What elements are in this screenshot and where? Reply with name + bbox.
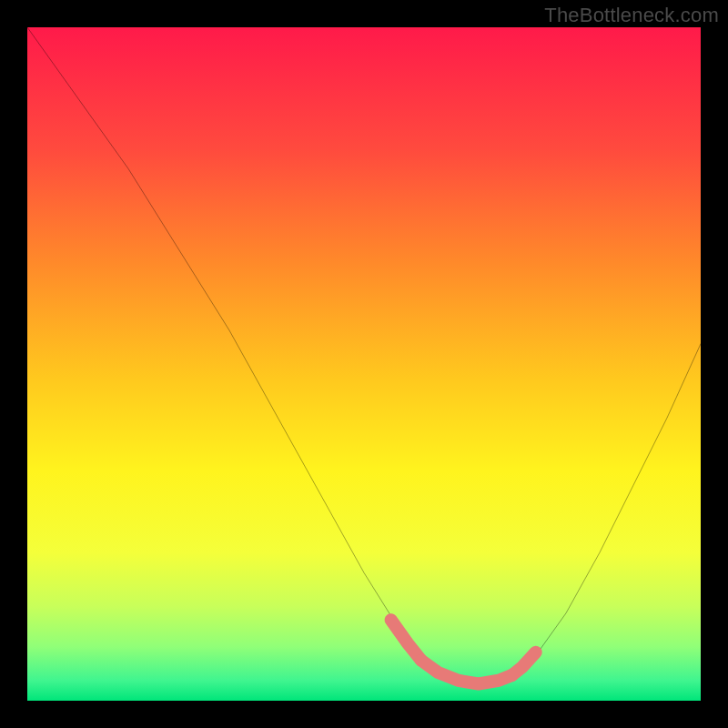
- plot-area: [27, 27, 701, 701]
- curve-layer: [27, 27, 701, 701]
- chart-frame: TheBottleneck.com: [0, 0, 728, 728]
- watermark-text: TheBottleneck.com: [544, 4, 719, 27]
- highlight-flat-bottom: [421, 661, 512, 684]
- highlight-right-kink: [512, 652, 536, 675]
- highlight-left-kink: [391, 620, 421, 660]
- highlight-segments: [391, 620, 536, 683]
- bottleneck-curve: [27, 27, 701, 687]
